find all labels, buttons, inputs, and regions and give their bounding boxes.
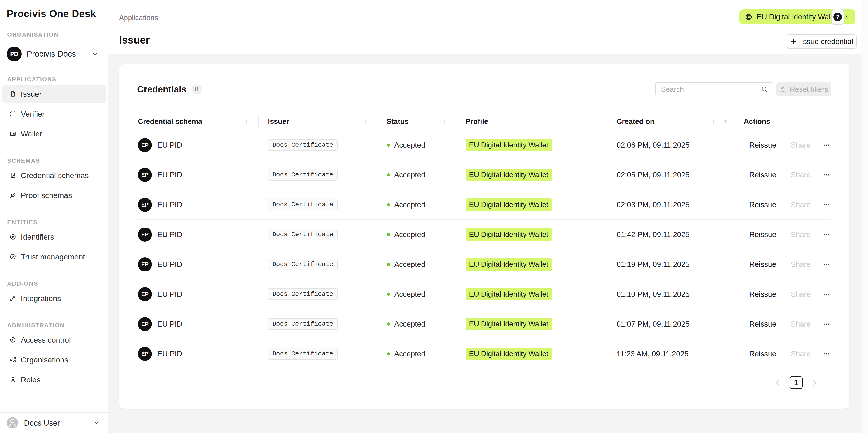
filter-icon[interactable] [722, 118, 728, 125]
chevron-right-icon[interactable] [809, 378, 819, 388]
issuer-chip: Docs Certificate [268, 139, 338, 151]
sidebar-item-access-control[interactable]: Access control [2, 331, 106, 349]
schema-name: EU PID [157, 320, 182, 328]
column-header-status[interactable]: Status [386, 113, 465, 130]
sidebar-item-proof-schemas[interactable]: Proof schemas [2, 186, 106, 204]
sidebar-item-roles[interactable]: Roles [2, 371, 106, 389]
created-on: 11:23 AM, 09.11.2025 [617, 350, 688, 358]
status-text: Accepted [394, 350, 426, 358]
sort-icon[interactable] [710, 118, 716, 125]
sidebar-item-integrations[interactable]: Integrations [2, 289, 106, 307]
document-icon [9, 91, 16, 97]
breadcrumb[interactable]: Applications [119, 13, 158, 22]
column-header-credential-schema[interactable]: Credential schema [137, 113, 267, 130]
sidebar-item-label: Verifier [21, 110, 45, 118]
scan-icon [9, 111, 16, 117]
more-icon[interactable] [822, 349, 831, 359]
more-icon[interactable] [822, 289, 831, 299]
scrollbar-track[interactable] [861, 0, 868, 433]
sidebar-item-label: Credential schemas [21, 171, 89, 180]
sidebar-item-wallet[interactable]: Wallet [2, 125, 106, 143]
sidebar-item-credential-schemas[interactable]: Credential schemas [2, 166, 106, 184]
sidebar-item-identifiers[interactable]: Identifiers [2, 228, 106, 246]
share-button[interactable]: Share [791, 171, 811, 179]
close-icon[interactable] [843, 14, 850, 20]
top-header: Applications EU Digital Identity Wallet … [108, 0, 868, 54]
sidebar-nav: ORGANISATION PD Procivis Docs APPLICATIO… [0, 20, 108, 389]
table-row: EPEU PID Docs Certificate Accepted EU Di… [137, 190, 831, 220]
share-button[interactable]: Share [791, 260, 811, 269]
sidebar-item-trust-management[interactable]: Trust management [2, 248, 106, 266]
reissue-button[interactable]: Reissue [749, 171, 776, 179]
more-icon[interactable] [822, 170, 831, 180]
column-label: Status [386, 117, 409, 126]
issue-credential-button[interactable]: Issue credential [786, 34, 857, 49]
more-icon[interactable] [822, 200, 831, 210]
sort-icon[interactable] [441, 118, 447, 125]
sidebar-item-organisations[interactable]: Organisations [2, 351, 106, 369]
help-button[interactable]: ? [831, 9, 844, 25]
more-icon[interactable] [822, 319, 831, 329]
section-label-add-ons: ADD-ONS [7, 280, 108, 287]
reissue-button[interactable]: Reissue [749, 200, 776, 209]
user-menu[interactable]: Docs User [0, 412, 108, 433]
app-root: Procivis One Desk ORGANISATION PD Prociv… [0, 0, 868, 433]
section-label-administration: ADMINISTRATION [7, 322, 108, 329]
more-icon[interactable] [822, 259, 831, 269]
column-header-profile: Profile [465, 113, 616, 130]
wallet-icon [9, 130, 16, 137]
sort-icon[interactable] [362, 118, 368, 125]
table-row: EPEU PID Docs Certificate Accepted EU Di… [137, 339, 831, 369]
profile-chip: EU Digital Identity Wallet [466, 198, 552, 211]
status-dot [387, 293, 390, 296]
reissue-button[interactable]: Reissue [749, 290, 776, 299]
issuer-chip: Docs Certificate [268, 229, 338, 240]
plus-icon [790, 38, 797, 45]
sidebar-item-issuer[interactable]: Issuer [2, 85, 106, 103]
sort-icon[interactable] [244, 118, 250, 125]
reissue-button[interactable]: Reissue [749, 350, 776, 358]
column-header-created-on[interactable]: Created on [616, 113, 743, 130]
column-label: Actions [743, 117, 770, 126]
column-header-issuer[interactable]: Issuer [267, 113, 386, 130]
sidebar-item-label: Access control [21, 336, 71, 344]
more-icon[interactable] [822, 140, 831, 150]
reissue-button[interactable]: Reissue [749, 230, 776, 239]
table-body: EPEU PID Docs Certificate Accepted EU Di… [137, 130, 831, 369]
reissue-button[interactable]: Reissue [749, 320, 776, 328]
reissue-button[interactable]: Reissue [749, 260, 776, 269]
chevron-left-icon[interactable] [773, 378, 783, 388]
section-label-organisation: ORGANISATION [7, 31, 108, 38]
share-button[interactable]: Share [791, 350, 811, 358]
panel-title: Credentials [137, 84, 186, 94]
credential-schema-icon [9, 172, 16, 179]
created-on: 02:06 PM, 09.11.2025 [617, 141, 689, 149]
person-icon [7, 417, 18, 429]
column-label: Issuer [267, 117, 289, 126]
sidebar-item-verifier[interactable]: Verifier [2, 105, 106, 123]
search-button[interactable] [757, 82, 772, 96]
page-title: Issuer [119, 34, 150, 46]
schema-name: EU PID [157, 171, 182, 179]
status-text: Accepted [394, 260, 426, 269]
status-dot [387, 233, 390, 236]
share-button[interactable]: Share [791, 290, 811, 299]
schema-name: EU PID [157, 230, 182, 239]
schema-avatar: EP [138, 198, 152, 212]
content-area: Credentials 8 Reset f [108, 54, 868, 433]
reset-filters-button[interactable]: Reset filters [776, 82, 831, 96]
sidebar: Procivis One Desk ORGANISATION PD Prociv… [0, 0, 108, 433]
issue-credential-label: Issue credential [801, 37, 853, 46]
status-dot [387, 173, 390, 177]
reissue-button[interactable]: Reissue [749, 141, 776, 149]
column-header-actions: Actions [743, 113, 831, 130]
more-icon[interactable] [822, 229, 831, 240]
organisation-switcher[interactable]: PD Procivis Docs [7, 47, 101, 61]
page-number[interactable]: 1 [789, 376, 803, 389]
share-button[interactable]: Share [791, 230, 811, 239]
share-button[interactable]: Share [791, 200, 811, 209]
share-button[interactable]: Share [791, 320, 811, 328]
column-label: Credential schema [137, 117, 202, 126]
search-input[interactable] [655, 85, 757, 94]
share-button[interactable]: Share [791, 141, 811, 149]
